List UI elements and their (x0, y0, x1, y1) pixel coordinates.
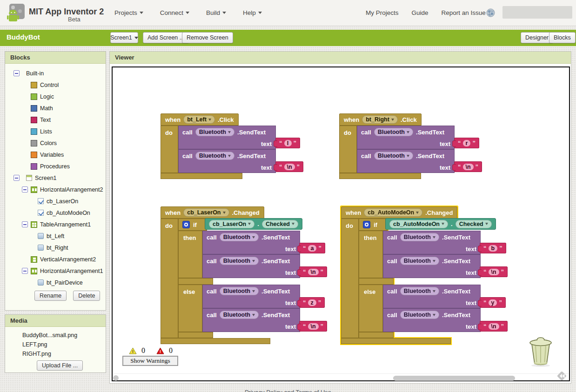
block-call-sendtext[interactable]: call Bluetooth .SendText text (202, 308, 300, 332)
block-text-string[interactable]: “l” (275, 138, 300, 148)
collapse-icon[interactable] (22, 221, 28, 227)
block-text-string[interactable]: “b” (480, 243, 506, 253)
block-call-sendtext[interactable]: call Bluetooth .SendText text (383, 308, 481, 332)
block-call-sendtext[interactable]: call Bluetooth .SendText text (202, 285, 300, 308)
warning-triangle-icon[interactable]: ! (129, 347, 137, 354)
tree-item-bt-left[interactable]: bt_Left (5, 230, 106, 242)
mutator-gear-icon[interactable] (182, 221, 190, 228)
tree-item-bt-right[interactable]: bt_Right (5, 242, 106, 253)
link-guide[interactable]: Guide (412, 9, 429, 16)
media-file[interactable]: RIGHT.png (5, 349, 106, 359)
component-dropdown[interactable]: cb_AutoModeOn (389, 220, 448, 228)
block-checked-getter[interactable]: cb_AutoModeOn . Checked (385, 218, 496, 230)
horizontal-scrollbar[interactable] (393, 376, 515, 381)
block-call-sendtext[interactable]: call Bluetooth .SendText text (383, 254, 481, 278)
component-dropdown[interactable]: Bluetooth (220, 287, 259, 295)
component-dropdown[interactable]: cb_AutoModeOn (364, 208, 422, 217)
tree-item-bt-pairdevice[interactable]: bt_PairDevice (5, 277, 106, 288)
tree-item-text[interactable]: Text (5, 114, 106, 126)
block-call-sendtext[interactable]: call Bluetooth .SendText text (178, 149, 276, 173)
menu-help[interactable]: Help (243, 9, 262, 16)
component-dropdown[interactable]: Bluetooth (374, 152, 413, 160)
block-text-string[interactable]: “r” (454, 138, 479, 148)
block-text-string[interactable]: “\n” (299, 266, 327, 277)
block-call-sendtext[interactable]: call Bluetooth .SendText text (357, 126, 455, 149)
collapse-icon[interactable] (13, 70, 20, 76)
property-dropdown[interactable]: Checked (455, 220, 492, 228)
block-call-sendtext[interactable]: call Bluetooth .SendText text (202, 254, 300, 278)
component-dropdown[interactable]: bt_Left (183, 115, 215, 124)
designer-view-button[interactable]: Designer (521, 32, 553, 43)
tree-item-horizontalarrangement1[interactable]: HorizontalArrangement1 (5, 265, 106, 277)
collapse-icon[interactable] (13, 175, 20, 181)
tree-item-horizontalarrangement2[interactable]: HorizontalArrangement2 (5, 184, 106, 195)
component-dropdown[interactable]: Bluetooth (195, 128, 234, 136)
block-text-string[interactable]: “\n” (480, 266, 508, 277)
rename-button[interactable]: Rename (34, 291, 67, 301)
component-dropdown[interactable]: Bluetooth (220, 257, 259, 265)
block-checked-getter[interactable]: cb_LaserOn . Checked (205, 218, 302, 230)
tree-item-verticalarrangement2[interactable]: VerticalArrangement2 (5, 253, 106, 265)
component-dropdown[interactable]: Bluetooth (195, 152, 234, 160)
component-dropdown[interactable]: Bluetooth (374, 128, 413, 136)
block-if[interactable]: if (359, 219, 388, 231)
tree-item-tablearrangement1[interactable]: TableArrangement1 (5, 219, 106, 230)
language-globe-icon[interactable] (486, 8, 495, 17)
component-dropdown[interactable]: Bluetooth (400, 257, 439, 265)
component-dropdown[interactable]: Bluetooth (400, 233, 439, 241)
horizontal-scrollbar-end[interactable] (113, 375, 119, 381)
block-text-string[interactable]: “\n” (454, 161, 482, 172)
menu-connect[interactable]: Connect (160, 9, 189, 16)
block-text-string[interactable]: “\n” (480, 321, 508, 332)
media-file[interactable]: BuddyBot...small.png (5, 331, 106, 340)
tree-item-screen1[interactable]: Screen1 (5, 172, 106, 184)
block-call-sendtext[interactable]: call Bluetooth .SendText text (357, 149, 455, 173)
collapse-icon[interactable] (22, 186, 28, 193)
upload-file-button[interactable]: Upload File ... (37, 360, 83, 371)
tree-item-logic[interactable]: Logic (5, 91, 106, 102)
component-dropdown[interactable]: Bluetooth (400, 311, 439, 319)
block-call-sendtext[interactable]: call Bluetooth .SendText text (383, 231, 481, 254)
component-dropdown[interactable]: cb_LaserOn (183, 208, 229, 217)
block-text-string[interactable]: “\n” (275, 161, 303, 172)
tree-item-control[interactable]: Control (5, 79, 106, 91)
show-warnings-button[interactable]: Show Warnings (122, 356, 178, 366)
component-dropdown[interactable]: Bluetooth (220, 233, 259, 241)
error-triangle-icon[interactable]: ! (156, 347, 164, 354)
tree-item-variables[interactable]: Variables (5, 149, 106, 160)
tree-item-procedures[interactable]: Procedures (5, 160, 106, 172)
block-call-sendtext[interactable]: call Bluetooth .SendText text (202, 231, 300, 254)
menu-build[interactable]: Build (206, 9, 226, 16)
tree-item-colors[interactable]: Colors (5, 137, 106, 149)
block-text-string[interactable]: “y” (480, 297, 506, 308)
block-text-string[interactable]: “a” (299, 243, 325, 253)
link-my-projects[interactable]: My Projects (366, 9, 399, 16)
link-report-issue[interactable]: Report an Issue (442, 9, 486, 16)
screen-selector-button[interactable]: Screen1 (110, 32, 138, 43)
trash-can-icon[interactable] (528, 336, 554, 367)
mutator-gear-icon[interactable] (363, 221, 370, 228)
component-dropdown[interactable]: Bluetooth (400, 287, 439, 295)
delete-button[interactable]: Delete (73, 291, 100, 301)
tree-item-lists[interactable]: Lists (5, 126, 106, 137)
tree-item-cb-automodeon[interactable]: cb_AutoModeOn (5, 207, 106, 219)
collapse-icon[interactable] (22, 268, 28, 274)
component-dropdown[interactable]: bt_Right (362, 115, 398, 124)
property-dropdown[interactable]: Checked (262, 220, 298, 228)
component-dropdown[interactable]: cb_LaserOn (209, 220, 255, 228)
block-if[interactable]: if (178, 219, 207, 231)
component-dropdown[interactable]: Bluetooth (220, 311, 259, 319)
user-account-redacted[interactable] (502, 6, 572, 19)
blocks-view-button[interactable]: Blocks (549, 32, 576, 43)
tree-item-math[interactable]: Math (5, 102, 106, 114)
menu-projects[interactable]: Projects (114, 9, 143, 16)
block-call-sendtext[interactable]: call Bluetooth .SendText text (383, 285, 481, 308)
tree-item-built-in[interactable]: Built-in (5, 67, 106, 79)
footer-links[interactable]: Privacy Policy and Terms of Use (0, 389, 576, 392)
block-text-string[interactable]: “\n” (299, 321, 327, 332)
block-text-string[interactable]: “z” (299, 297, 325, 308)
block-call-sendtext[interactable]: call Bluetooth .SendText text (178, 126, 276, 149)
remove-screen-button[interactable]: Remove Screen (182, 32, 233, 43)
tree-item-cb-laseron[interactable]: cb_LaserOn (5, 195, 106, 207)
media-file[interactable]: LEFT.png (5, 340, 106, 349)
